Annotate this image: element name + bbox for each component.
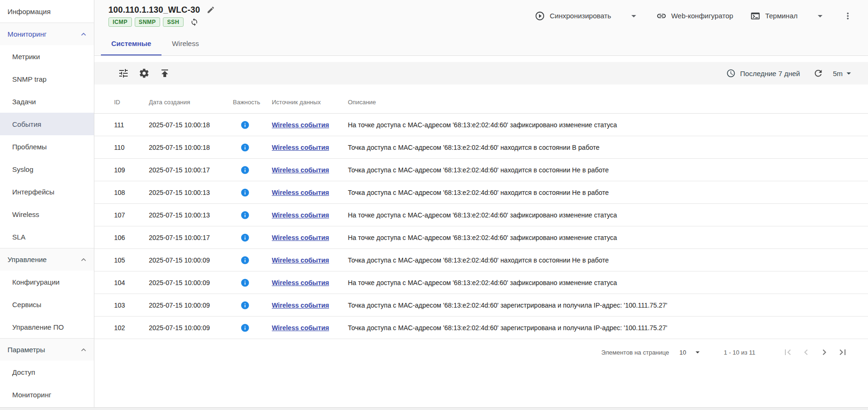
- event-source-link[interactable]: Wireless события: [272, 144, 329, 151]
- table-row: 104 2025-07-15 10:00:09 Wireless события…: [94, 271, 868, 294]
- event-severity-cell: [233, 210, 272, 220]
- items-per-page-select[interactable]: 10: [679, 348, 702, 357]
- info-icon: [240, 301, 250, 310]
- sidebar-item-services[interactable]: Сервисы: [0, 293, 94, 316]
- sidebar-item-syslog[interactable]: Syslog: [0, 158, 94, 180]
- event-description-cell: На точке доступа с MAC-адресом '68:13:e2…: [348, 121, 856, 129]
- next-page-button[interactable]: [819, 347, 830, 358]
- event-source-link[interactable]: Wireless события: [272, 256, 329, 264]
- sidebar-item-events[interactable]: События: [0, 113, 94, 135]
- event-source-link[interactable]: Wireless события: [272, 324, 329, 332]
- sidebar-section-management[interactable]: Управление: [0, 248, 94, 271]
- main-area: 100.110.1.130_WLC-30 ICMP SNMP SSH: [94, 0, 868, 410]
- device-refresh-button[interactable]: [190, 18, 199, 26]
- info-icon: [240, 233, 250, 242]
- synchronize-dropdown-button[interactable]: [628, 10, 639, 22]
- event-source-link[interactable]: Wireless события: [272, 211, 329, 219]
- sidebar-item-tasks[interactable]: Задачи: [0, 90, 94, 113]
- tab-system-events[interactable]: Системные: [101, 31, 161, 55]
- sidebar-section-monitoring[interactable]: Мониторинг: [0, 23, 94, 45]
- events-table: ID Дата создания Важность Источник данны…: [94, 91, 868, 339]
- sidebar-item-monitoring-params[interactable]: Мониторинг: [0, 383, 94, 406]
- edit-device-name-button[interactable]: [207, 6, 215, 14]
- sidebar-item-problems[interactable]: Проблемы: [0, 135, 94, 158]
- sidebar-section-label: Мониторинг: [8, 30, 46, 38]
- sidebar-item-information[interactable]: Информация: [0, 0, 94, 23]
- table-settings-button[interactable]: [138, 68, 150, 79]
- chevron-down-icon: [814, 10, 826, 22]
- horizontal-scrollbar[interactable]: [0, 407, 868, 410]
- tab-wireless[interactable]: Wireless: [161, 31, 209, 55]
- table-row: 106 2025-07-15 10:00:17 Wireless события…: [94, 226, 868, 249]
- column-header-date: Дата создания: [149, 99, 233, 106]
- chevron-down-icon: [628, 10, 639, 22]
- event-id-cell: 103: [114, 302, 149, 309]
- protocol-badge-snmp: SNMP: [135, 17, 160, 27]
- terminal-icon: [750, 11, 760, 21]
- terminal-button[interactable]: Терминал: [750, 11, 798, 21]
- event-source-link[interactable]: Wireless события: [272, 302, 329, 309]
- web-configurator-button[interactable]: Web-конфигуратор: [656, 11, 733, 21]
- gear-icon: [138, 68, 150, 79]
- refresh-button[interactable]: [813, 68, 823, 78]
- info-icon: [240, 165, 250, 175]
- clock-icon: [726, 69, 736, 78]
- protocol-badge-ssh: SSH: [163, 17, 184, 27]
- chevron-down-icon: [844, 68, 854, 78]
- sidebar-section-parameters[interactable]: Параметры: [0, 338, 94, 361]
- page-title: 100.110.1.130_WLC-30: [108, 5, 200, 15]
- event-source-link[interactable]: Wireless события: [272, 189, 329, 196]
- sidebar-item-interfaces[interactable]: Интерфейсы: [0, 180, 94, 203]
- table-row: 110 2025-07-15 10:00:18 Wireless события…: [94, 136, 868, 159]
- table-header-row: ID Дата создания Важность Источник данны…: [94, 91, 868, 114]
- event-source-link[interactable]: Wireless события: [272, 234, 329, 241]
- filter-button[interactable]: [118, 68, 129, 79]
- event-source-link[interactable]: Wireless события: [272, 121, 329, 129]
- column-header-id: ID: [114, 99, 149, 106]
- event-source-link[interactable]: Wireless события: [272, 279, 329, 286]
- previous-page-button[interactable]: [800, 347, 812, 358]
- paginator: Элементов на странице 10 1 - 10 из 11: [94, 339, 868, 365]
- device-header: 100.110.1.130_WLC-30 ICMP SNMP SSH: [94, 0, 868, 31]
- sidebar-item-metrics[interactable]: Метрики: [0, 45, 94, 68]
- sidebar-item-configurations[interactable]: Конфигурации: [0, 271, 94, 293]
- last-page-button[interactable]: [837, 347, 848, 358]
- events-toolbar: Последние 7 дней 5m: [94, 62, 868, 85]
- event-severity-cell: [233, 120, 272, 130]
- items-per-page-label: Элементов на странице: [601, 349, 669, 356]
- synchronize-button[interactable]: Синхронизировать: [535, 11, 611, 21]
- terminal-dropdown-button[interactable]: [814, 10, 826, 22]
- event-source-link[interactable]: Wireless события: [272, 166, 329, 174]
- event-description-cell: На точке доступа с MAC-адресом '68:13:e2…: [348, 211, 856, 219]
- sidebar-section-label: Управление: [8, 255, 46, 263]
- sidebar-item-wireless[interactable]: Wireless: [0, 203, 94, 225]
- first-page-button[interactable]: [782, 347, 793, 358]
- info-icon: [240, 143, 250, 152]
- event-description-cell: Точка доступа с MAC-адресом '68:13:e2:02…: [348, 256, 856, 264]
- event-severity-cell: [233, 301, 272, 310]
- info-icon: [240, 278, 250, 287]
- sidebar-item-software-management[interactable]: Управление ПО: [0, 316, 94, 338]
- sidebar-item-snmp-trap[interactable]: SNMP trap: [0, 68, 94, 90]
- event-severity-cell: [233, 323, 272, 333]
- sidebar-item-access[interactable]: Доступ: [0, 361, 94, 383]
- chevron-up-icon: [79, 255, 88, 264]
- chevron-down-icon: [693, 348, 702, 357]
- kebab-menu-icon: [843, 11, 853, 21]
- page-range-label: 1 - 10 из 11: [724, 349, 755, 356]
- play-circle-icon: [535, 11, 545, 21]
- refresh-interval-select[interactable]: 5m: [833, 68, 854, 78]
- sidebar-item-sla[interactable]: SLA: [0, 225, 94, 248]
- info-icon: [240, 255, 250, 265]
- table-row: 107 2025-07-15 10:00:13 Wireless события…: [94, 204, 868, 226]
- event-severity-cell: [233, 255, 272, 265]
- event-description-cell: Точка доступа с MAC-адресом '68:13:e2:02…: [348, 324, 856, 332]
- event-date-cell: 2025-07-15 10:00:18: [149, 144, 233, 151]
- export-button[interactable]: [159, 68, 170, 79]
- event-severity-cell: [233, 165, 272, 175]
- event-id-cell: 111: [114, 121, 149, 129]
- time-range-button[interactable]: Последние 7 дней: [726, 69, 800, 78]
- event-date-cell: 2025-07-15 10:00:13: [149, 189, 233, 196]
- more-actions-button[interactable]: [843, 11, 853, 21]
- chevron-right-icon: [819, 347, 830, 358]
